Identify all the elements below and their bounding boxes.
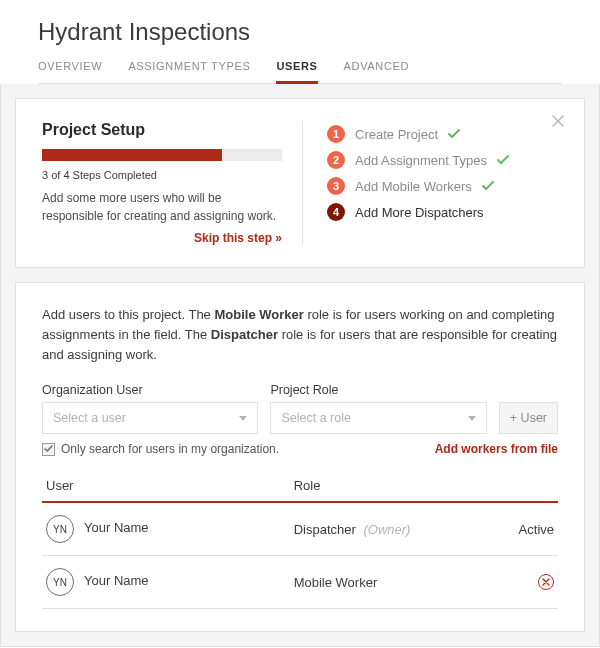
setup-step-1: 1 Create Project [327,121,558,147]
close-icon[interactable] [552,115,564,130]
table-row: YNYour Name Dispatcher (Owner) Active [42,502,558,556]
avatar: YN [46,568,74,596]
users-card: Add users to this project. The Mobile Wo… [15,282,585,632]
intro-bold: Mobile Worker [214,307,303,322]
select-placeholder: Select a role [281,411,350,425]
check-icon [448,127,460,142]
checkbox-icon [42,443,55,456]
org-only-checkbox[interactable]: Only search for users in my organization… [42,442,279,456]
step-number-badge: 3 [327,177,345,195]
users-table: User Role YNYour Name Dispatcher (Owner)… [42,472,558,609]
org-only-label: Only search for users in my organization… [61,442,279,456]
remove-user-button[interactable] [538,574,554,590]
tab-overview[interactable]: OVERVIEW [38,60,102,83]
page-title: Hydrant Inspections [38,18,562,46]
select-placeholder: Select a user [53,411,126,425]
chevron-down-icon [239,416,247,421]
avatar: YN [46,515,74,543]
project-setup-card: Project Setup 3 of 4 Steps Completed Add… [15,98,585,268]
user-name: Your Name [84,521,149,536]
intro-bold: Dispatcher [211,327,278,342]
setup-progress-fill [42,149,222,161]
org-user-label: Organization User [42,383,258,397]
tab-bar: OVERVIEW ASSIGNMENT TYPES USERS ADVANCED [38,60,562,84]
add-user-button[interactable]: + User [499,402,558,434]
step-label: Add More Dispatchers [355,205,484,220]
user-role: Mobile Worker [294,575,378,590]
step-number-badge: 4 [327,203,345,221]
chevron-down-icon [468,416,476,421]
check-icon [497,153,509,168]
tab-advanced[interactable]: ADVANCED [344,60,410,83]
setup-step-4: 4 Add More Dispatchers [327,199,558,225]
project-role-label: Project Role [270,383,486,397]
setup-step-3: 3 Add Mobile Workers [327,173,558,199]
users-intro-text: Add users to this project. The Mobile Wo… [42,305,558,365]
setup-description: Add some more users who will be responsi… [42,189,282,225]
setup-title: Project Setup [42,121,282,139]
tab-users[interactable]: USERS [276,60,317,84]
setup-step-2: 2 Add Assignment Types [327,147,558,173]
owner-tag: (Owner) [363,522,410,537]
step-label: Create Project [355,127,438,142]
setup-steps-list: 1 Create Project 2 Add Assignment Types … [327,121,558,225]
add-workers-from-file-link[interactable]: Add workers from file [435,442,558,456]
user-status: Active [498,502,558,556]
user-name: Your Name [84,574,149,589]
intro-segment: Add users to this project. The [42,307,214,322]
skip-step-link[interactable]: Skip this step » [42,231,282,245]
tab-assignment-types[interactable]: ASSIGNMENT TYPES [128,60,250,83]
project-role-select[interactable]: Select a role [270,402,486,434]
step-number-badge: 1 [327,125,345,143]
step-number-badge: 2 [327,151,345,169]
col-user: User [42,472,290,502]
vertical-divider [302,121,303,245]
setup-progress-bar [42,149,282,161]
step-label: Add Assignment Types [355,153,487,168]
check-icon [482,179,494,194]
user-role: Dispatcher [294,522,356,537]
org-user-select[interactable]: Select a user [42,402,258,434]
col-role: Role [290,472,498,502]
step-label: Add Mobile Workers [355,179,472,194]
table-row: YNYour Name Mobile Worker [42,556,558,609]
setup-progress-label: 3 of 4 Steps Completed [42,169,282,181]
